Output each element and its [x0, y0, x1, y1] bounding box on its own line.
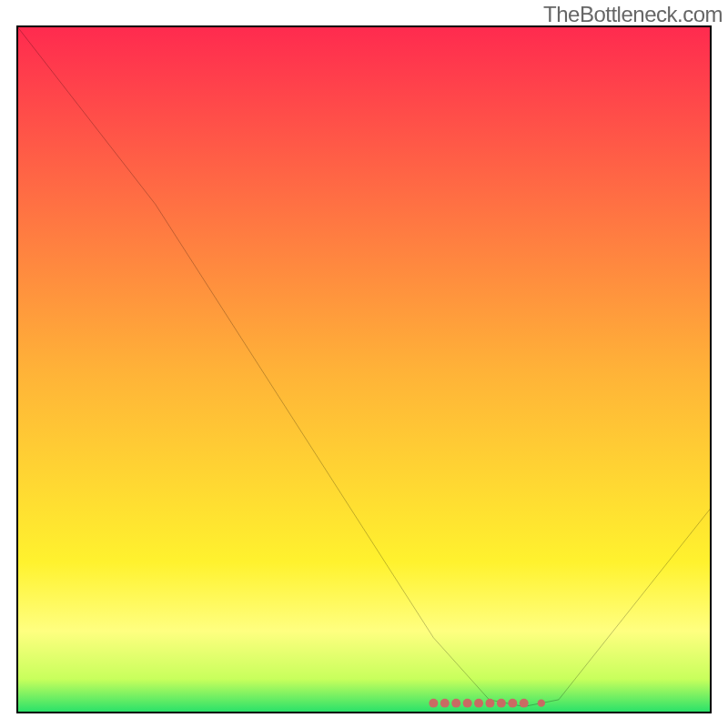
chart-background: [16, 25, 712, 713]
bottleneck-chart: [16, 25, 712, 713]
svg-point-0: [429, 699, 438, 708]
svg-point-8: [520, 699, 529, 708]
svg-point-5: [486, 699, 495, 708]
svg-point-2: [451, 699, 460, 708]
svg-point-1: [440, 699, 450, 708]
svg-point-7: [508, 699, 517, 708]
svg-point-6: [497, 699, 506, 708]
svg-point-3: [463, 699, 472, 708]
svg-point-9: [538, 700, 545, 707]
svg-point-4: [474, 699, 483, 708]
watermark-text: TheBottleneck.com: [543, 2, 723, 27]
